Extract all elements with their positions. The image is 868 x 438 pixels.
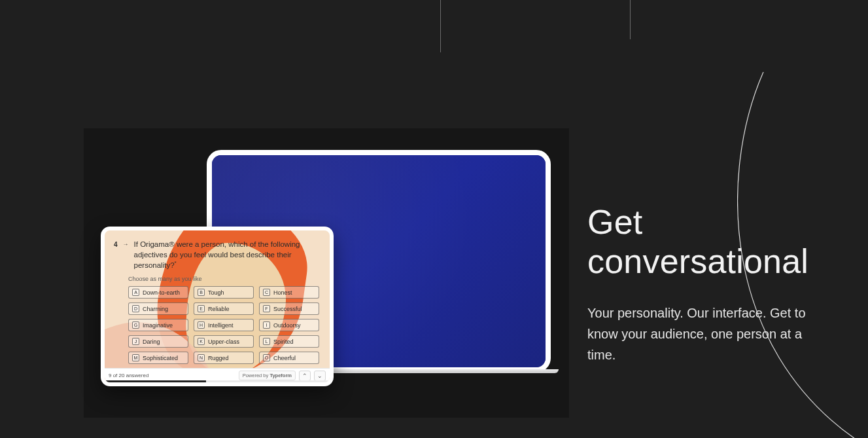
- option-key: B: [198, 289, 205, 296]
- option-key: D: [132, 305, 139, 312]
- option-label: Charming: [143, 306, 168, 312]
- answer-option[interactable]: CHonest: [259, 286, 319, 299]
- option-label: Upper-class: [208, 338, 239, 345]
- chevron-up-icon: ⌃: [302, 373, 307, 379]
- answer-option[interactable]: DCharming: [128, 302, 188, 315]
- answer-option[interactable]: IOutdoorsy: [259, 319, 319, 331]
- answer-option[interactable]: GImaginative: [128, 319, 188, 331]
- laptop-question: 4→ Would you use an alternative if Nuvis…: [230, 206, 527, 229]
- option-key: H: [198, 321, 205, 329]
- option-label: Honest: [273, 289, 292, 296]
- decorative-line: [630, 0, 631, 39]
- option-label: Daring: [143, 338, 160, 345]
- prev-question-button[interactable]: ⌃: [506, 352, 521, 363]
- answer-option[interactable]: MSophisticated: [128, 352, 188, 364]
- option-key: K: [198, 338, 205, 345]
- required-asterisk: *: [175, 260, 177, 266]
- decorative-wire-sphere: [408, 162, 551, 306]
- question-number: 4: [114, 240, 118, 270]
- hero-copy: Get conversational Your personality. Our…: [587, 203, 829, 365]
- answer-option[interactable]: EReliable: [194, 302, 254, 315]
- next-question-button[interactable]: ⌄: [525, 352, 539, 363]
- question-text: Would you use an alternative if Nuvis wa…: [230, 206, 495, 229]
- option-label: Cheerful: [273, 355, 296, 361]
- powered-by-badge[interactable]: Powered by Typeform: [239, 371, 296, 380]
- options-grid: ADown-to-earthBToughCHonestDCharmingERel…: [128, 286, 321, 364]
- option-label: Sophisticated: [143, 355, 178, 361]
- laptop-footer: Powered by Typeform ⌃ ⌄: [436, 352, 539, 363]
- hero-body: Your personality. Our interface. Get to …: [587, 302, 829, 365]
- svg-point-5: [441, 177, 519, 290]
- option-label: Imaginative: [143, 322, 173, 329]
- option-key: O: [263, 354, 270, 361]
- answer-option[interactable]: LSpirited: [259, 335, 319, 348]
- tablet-question: 4 → If Origama® were a person, which of …: [114, 240, 321, 270]
- progress-bar-fill: [105, 380, 206, 382]
- required-asterisk: *: [279, 217, 282, 225]
- question-number: 4: [230, 209, 234, 217]
- tablet-footer: 9 of 20 answered Powered by Typeform ⌃ ⌄: [105, 368, 330, 382]
- option-label: Reliable: [208, 306, 230, 312]
- demo-tablet: 4 → If Origama® were a person, which of …: [101, 227, 334, 386]
- svg-point-3: [426, 192, 534, 276]
- chevron-up-icon: ⌃: [511, 354, 516, 361]
- option-label: Tough: [208, 289, 224, 296]
- option-key: G: [132, 321, 139, 329]
- svg-point-8: [468, 167, 492, 301]
- option-key: L: [263, 338, 270, 345]
- hero-heading: Get conversational: [587, 203, 829, 282]
- option-key: A: [132, 289, 139, 296]
- option-label: Down-to-earth: [143, 289, 180, 296]
- question-hint: Choose as many as you like: [128, 276, 321, 282]
- progress-text: 9 of 20 answered: [109, 373, 148, 378]
- option-key: E: [198, 305, 205, 312]
- question-text: If Origama® were a person, which of the …: [134, 240, 300, 269]
- answer-option[interactable]: NRugged: [194, 352, 254, 364]
- option-label: Intelligent: [208, 322, 234, 329]
- option-key: M: [132, 354, 139, 361]
- option-label: Rugged: [208, 355, 229, 361]
- option-key: J: [132, 338, 139, 345]
- previous-answer-faded: I love it when I use it - I just don't u…: [212, 162, 546, 172]
- decorative-line: [440, 0, 441, 52]
- svg-point-4: [433, 184, 527, 283]
- answer-option[interactable]: BTough: [194, 286, 254, 299]
- option-label: Outdoorsy: [273, 322, 301, 329]
- answer-option[interactable]: ADown-to-earth: [128, 286, 188, 299]
- prev-question-button[interactable]: ⌃: [299, 371, 311, 381]
- option-label: Spirited: [273, 338, 294, 345]
- svg-point-6: [450, 172, 510, 295]
- answer-option[interactable]: OCheerful: [259, 352, 319, 364]
- option-key: N: [198, 354, 205, 361]
- option-key: F: [263, 305, 270, 312]
- svg-point-10: [415, 228, 546, 239]
- answer-option[interactable]: JDaring: [128, 335, 188, 348]
- svg-point-7: [459, 169, 501, 299]
- option-key: C: [263, 289, 270, 296]
- answer-option[interactable]: KUpper-class: [194, 335, 254, 348]
- next-question-button[interactable]: ⌄: [314, 371, 326, 381]
- arrow-right-icon: →: [123, 240, 129, 270]
- chevron-down-icon: ⌄: [317, 373, 322, 379]
- answer-option[interactable]: FSuccessful: [259, 302, 319, 315]
- powered-by-label: Powered by Typeform: [436, 354, 501, 361]
- chevron-down-icon: ⌄: [529, 354, 534, 361]
- progress-bar: [105, 380, 330, 382]
- partial-option-text: not: [338, 283, 349, 293]
- option-key: I: [263, 321, 270, 329]
- arrow-right-icon: →: [239, 210, 246, 217]
- option-label: Successful: [273, 306, 302, 312]
- answer-option[interactable]: HIntelligent: [194, 319, 254, 331]
